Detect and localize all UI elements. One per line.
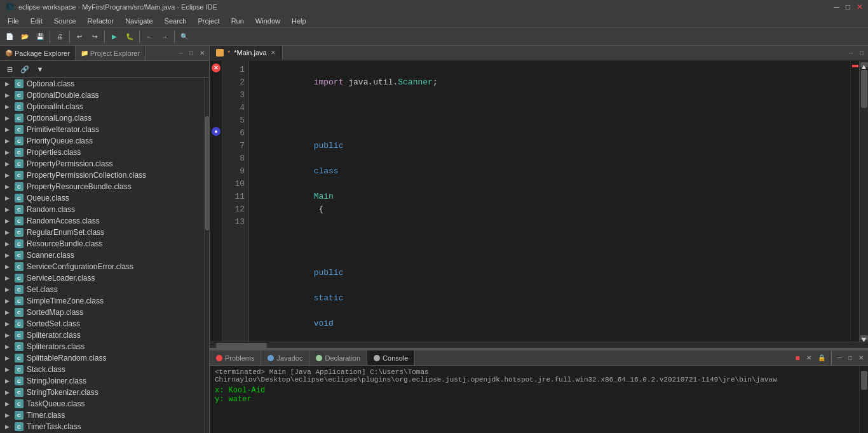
new-button[interactable]: 📄 <box>3 30 17 44</box>
tree-item-priority-queue[interactable]: ▶ C PriorityQueue.class <box>0 135 204 147</box>
maximize-editor[interactable]: □ <box>858 49 865 57</box>
class-icon-string-tokenizer: C <box>14 387 24 397</box>
console-icon <box>374 355 380 361</box>
tree-item-service-loader[interactable]: ▶ C ServiceLoader.class <box>0 272 204 284</box>
minimize-bottom[interactable]: ─ <box>836 354 844 362</box>
tree-item-optional-long[interactable]: ▶ C OptionalLong.class <box>0 112 204 124</box>
tree-item-property-permission-collection[interactable]: ▶ C PropertyPermissionCollection.class <box>0 170 204 181</box>
left-panel-scrollbar[interactable] <box>204 78 209 433</box>
tab-project-explorer[interactable]: 📁 Project Explorer <box>76 46 146 60</box>
menu-help[interactable]: Help <box>287 16 311 26</box>
close-left-panel[interactable]: ✕ <box>198 49 207 57</box>
main-container: 📦 Package Explorer 📁 Project Explorer ─ … <box>0 46 868 433</box>
terminate-console[interactable]: ■ <box>794 353 802 363</box>
editor-hscrollbar[interactable] <box>210 342 868 348</box>
menu-edit[interactable]: Edit <box>25 16 48 26</box>
label-optional-int: OptionalInt.class <box>27 102 83 111</box>
editor-hscrollbar-thumb[interactable] <box>216 343 267 348</box>
tree-item-spliterators[interactable]: ▶ C Spliterators.class <box>0 341 204 352</box>
link-editor-button[interactable]: 🔗 <box>18 62 32 76</box>
editor-vscrollbar-thumb[interactable] <box>861 70 867 108</box>
menu-project[interactable]: Project <box>193 16 224 26</box>
close-bottom[interactable]: ✕ <box>857 354 865 362</box>
run-button[interactable]: ▶ <box>107 30 121 44</box>
tree-item-property-permission[interactable]: ▶ C PropertyPermission.class <box>0 158 204 170</box>
scroll-lock[interactable]: 🔒 <box>816 354 827 362</box>
java-file-icon <box>216 49 224 57</box>
file-tree[interactable]: ▶ C Optional.class ▶ C OptionalDouble.cl… <box>0 78 204 433</box>
tree-item-splittable-random[interactable]: ▶ C SplittableRandom.class <box>0 352 204 364</box>
undo-button[interactable]: ↩ <box>72 30 86 44</box>
menu-window[interactable]: Window <box>250 16 285 26</box>
tree-item-primitive-iterator[interactable]: ▶ C PrimitiveIterator.class <box>0 124 204 135</box>
close-button[interactable]: ✕ <box>857 3 863 11</box>
tree-item-properties[interactable]: ▶ C Properties.class <box>0 147 204 158</box>
console-vscrollbar[interactable] <box>859 366 868 433</box>
left-scrollbar-thumb[interactable] <box>205 116 209 230</box>
menu-file[interactable]: File <box>3 16 24 26</box>
menu-navigate[interactable]: Navigate <box>120 16 158 26</box>
editor-vscrollbar[interactable]: ▲ ▼ <box>859 61 868 342</box>
arrow-stack: ▶ <box>5 366 14 373</box>
tree-item-timer[interactable]: ▶ C Timer.class <box>0 410 204 421</box>
tab-package-explorer[interactable]: 📦 Package Explorer <box>0 46 76 60</box>
tree-item-optional-int[interactable]: ▶ C OptionalInt.class <box>0 101 204 112</box>
editor-vscrollbar-down[interactable]: ▼ <box>860 335 868 340</box>
minimize-button[interactable]: ─ <box>834 3 839 11</box>
tree-item-sorted-set[interactable]: ▶ C SortedSet.class <box>0 318 204 330</box>
tree-item-sorted-map[interactable]: ▶ C SortedMap.class <box>0 307 204 318</box>
label-set: Set.class <box>27 285 58 294</box>
menu-run[interactable]: Run <box>226 16 249 26</box>
menu-refactor[interactable]: Refactor <box>83 16 119 26</box>
close-main-java-tab[interactable]: ✕ <box>271 50 276 56</box>
menu-source[interactable]: Source <box>49 16 81 26</box>
navigate-forward[interactable]: → <box>158 30 172 44</box>
menu-search[interactable]: Search <box>159 16 192 26</box>
tree-item-random-access[interactable]: ▶ C RandomAccess.class <box>0 215 204 227</box>
search-button[interactable]: 🔍 <box>177 30 191 44</box>
maximize-button[interactable]: □ <box>846 3 850 11</box>
tree-item-timer-task[interactable]: ▶ C TimerTask.class <box>0 421 204 432</box>
open-button[interactable]: 📂 <box>18 30 32 44</box>
clear-console[interactable]: ✕ <box>804 354 813 362</box>
code-editor[interactable]: import java.util.Scanner; public class M… <box>249 61 850 342</box>
navigate-back[interactable]: ← <box>142 30 156 44</box>
minimize-left-panel[interactable]: ─ <box>177 49 185 57</box>
tree-item-set[interactable]: ▶ C Set.class <box>0 284 204 295</box>
tab-javadoc[interactable]: Javadoc <box>261 350 309 365</box>
tab-declaration[interactable]: Declaration <box>309 350 367 365</box>
tab-problems[interactable]: Problems <box>210 350 261 365</box>
redo-button[interactable]: ↪ <box>88 30 102 44</box>
tree-item-string-tokenizer[interactable]: ▶ C StringTokenizer.class <box>0 387 204 398</box>
tree-item-optional[interactable]: ▶ C Optional.class <box>0 78 204 90</box>
explorer-menu-button[interactable]: ▼ <box>33 62 47 76</box>
editor-vscrollbar-up[interactable]: ▲ <box>860 62 868 67</box>
tab-main-java[interactable]: * *Main.java ✕ <box>210 46 283 60</box>
tree-item-regular-enum-set[interactable]: ▶ C RegularEnumSet.class <box>0 227 204 238</box>
class-name-main: Main <box>314 192 334 201</box>
right-panel: * *Main.java ✕ ─ □ ✕ ● 1 2 <box>210 46 868 433</box>
maximize-left-panel[interactable]: □ <box>187 49 195 57</box>
collapse-all-button[interactable]: ⊟ <box>3 62 17 76</box>
tree-item-optional-double[interactable]: ▶ C OptionalDouble.class <box>0 90 204 101</box>
tree-item-random[interactable]: ▶ C Random.class <box>0 204 204 215</box>
tree-item-task-queue[interactable]: ▶ C TaskQueue.class <box>0 398 204 410</box>
tree-item-spliterator[interactable]: ▶ C Spliterator.class <box>0 330 204 341</box>
tab-console[interactable]: Console <box>367 350 415 365</box>
tree-item-simple-time-zone[interactable]: ▶ C SimpleTimeZone.class <box>0 295 204 307</box>
print-button[interactable]: 🖨 <box>53 30 67 44</box>
label-property-permission: PropertyPermission.class <box>27 159 112 168</box>
minimize-editor[interactable]: ─ <box>847 49 855 57</box>
tree-item-queue[interactable]: ▶ C Queue.class <box>0 192 204 204</box>
tree-item-string-joiner[interactable]: ▶ C StringJoiner.class <box>0 375 204 387</box>
tree-item-stack[interactable]: ▶ C Stack.class <box>0 364 204 375</box>
arrow-properties: ▶ <box>5 149 14 156</box>
console-scrollbar-thumb[interactable] <box>861 371 867 390</box>
debug-button[interactable]: 🐛 <box>123 30 137 44</box>
tree-item-property-resource-bundle[interactable]: ▶ C PropertyResourceBundle.class <box>0 181 204 192</box>
tree-item-scanner[interactable]: ▶ C Scanner.class <box>0 250 204 261</box>
tree-item-service-config-error[interactable]: ▶ C ServiceConfigurationError.class <box>0 261 204 272</box>
save-button[interactable]: 💾 <box>33 30 47 44</box>
maximize-bottom[interactable]: □ <box>846 354 854 362</box>
tree-item-resource-bundle[interactable]: ▶ C ResourceBundle.class <box>0 238 204 250</box>
